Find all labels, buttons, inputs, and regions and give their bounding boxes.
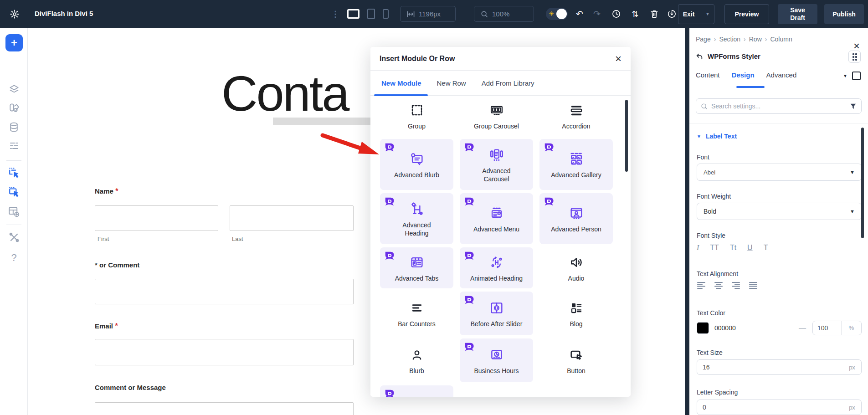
module-card-business-hours[interactable]: Business Hours: [460, 338, 533, 382]
desktop-view-icon[interactable]: [347, 9, 360, 19]
history-clock-icon[interactable]: [611, 0, 621, 28]
module-card-bar-counters[interactable]: Bar Counters: [380, 292, 453, 335]
module-card-advanced-blurb[interactable]: Advanced Blurb: [380, 139, 453, 190]
database-icon[interactable]: [0, 121, 28, 133]
module-card-accordion[interactable]: Accordion: [539, 96, 613, 136]
portability-icon[interactable]: [666, 0, 677, 28]
module-card-advanced-tabs[interactable]: Advanced Tabs: [380, 247, 453, 288]
strikethrough-style-icon[interactable]: T: [764, 244, 768, 252]
interaction-mode-toggle[interactable]: ☀: [546, 8, 568, 20]
select-row-tool-icon[interactable]: [0, 186, 28, 198]
align-left-icon[interactable]: [697, 281, 706, 289]
comment-input[interactable]: [95, 402, 354, 415]
module-card-partial-2[interactable]: [460, 385, 533, 397]
module-card-blurb[interactable]: Blurb: [380, 338, 453, 382]
tab-new-module[interactable]: New Module: [381, 79, 421, 87]
settings-search[interactable]: [696, 98, 862, 114]
tab-add-from-library[interactable]: Add From Library: [482, 79, 534, 87]
module-card-button[interactable]: Button: [539, 338, 613, 382]
animated-heading-icon: [488, 253, 506, 272]
section-label-text[interactable]: ▼ Label Text: [697, 133, 737, 140]
or-comment-input[interactable]: [95, 279, 354, 304]
align-right-icon[interactable]: [731, 281, 740, 289]
zoom-control[interactable]: 100%: [474, 6, 534, 22]
module-card-advanced-gallery[interactable]: Advanced Gallery: [539, 139, 613, 190]
group-carousel-icon: [488, 101, 506, 119]
exit-chevron-icon[interactable]: ▼: [705, 12, 709, 16]
letter-spacing-input[interactable]: [697, 404, 843, 411]
name-last-input[interactable]: [230, 205, 354, 231]
panel-tab-advanced[interactable]: Advanced: [766, 71, 797, 79]
font-weight-select[interactable]: Bold ▼: [697, 203, 862, 220]
panel-tab-design[interactable]: Design: [732, 71, 755, 79]
design-presets-icon[interactable]: [0, 102, 28, 114]
phone-view-icon[interactable]: [383, 9, 389, 19]
module-card-group-carousel[interactable]: Group Carousel: [460, 96, 533, 136]
trash-icon[interactable]: [649, 0, 660, 28]
tablet-view-icon[interactable]: [367, 9, 375, 19]
font-weight-label: Font Weight: [697, 193, 731, 200]
capitalize-style-icon[interactable]: Tt: [730, 244, 736, 252]
select-module-tool-icon[interactable]: [0, 167, 28, 179]
module-card-blog[interactable]: Blog: [539, 292, 613, 335]
module-card-advanced-heading[interactable]: Advanced Heading: [380, 193, 453, 244]
text-size-input[interactable]: [697, 364, 843, 371]
more-options-icon[interactable]: ⋮: [332, 0, 339, 28]
breadcrumb-section[interactable]: Section: [719, 36, 740, 43]
tab-new-row[interactable]: New Row: [437, 79, 466, 87]
help-icon[interactable]: ?: [0, 252, 28, 264]
tools-icon[interactable]: [0, 232, 28, 243]
panel-dock-icon[interactable]: [848, 51, 861, 63]
module-card-advanced-menu[interactable]: Advanced Menu: [460, 193, 533, 244]
px-unit: px: [843, 364, 861, 371]
font-select[interactable]: Abel ▼: [697, 164, 862, 181]
tabs-dropdown-icon[interactable]: ▼: [843, 73, 847, 78]
exit-button[interactable]: Exit ▼: [678, 4, 714, 24]
modal-close-icon[interactable]: ×: [615, 53, 621, 64]
email-input[interactable]: [95, 339, 354, 365]
filter-icon[interactable]: [850, 103, 857, 110]
module-card-advanced-person[interactable]: Advanced Person: [539, 193, 613, 244]
name-first-input[interactable]: [95, 205, 218, 231]
page-heading[interactable]: Conta: [221, 64, 349, 122]
uppercase-style-icon[interactable]: TT: [710, 244, 719, 252]
color-swatch[interactable]: [697, 322, 709, 334]
module-card-partial-3[interactable]: [539, 385, 613, 397]
save-draft-button[interactable]: Save Draft: [778, 4, 817, 24]
redo-icon[interactable]: ↷: [591, 0, 602, 28]
undo-icon[interactable]: ↶: [574, 0, 585, 28]
add-module-button[interactable]: +: [5, 34, 23, 51]
align-center-icon[interactable]: [714, 281, 723, 289]
settings-gear-icon[interactable]: [8, 0, 21, 28]
field-list-icon[interactable]: [0, 140, 28, 151]
back-arrow-icon[interactable]: [696, 53, 703, 60]
module-card-animated-heading[interactable]: Animated Heading: [460, 247, 533, 288]
panel-tab-content[interactable]: Content: [696, 71, 720, 79]
panel-resize-handle[interactable]: [685, 28, 689, 415]
breadcrumb-column[interactable]: Column: [770, 36, 792, 43]
italic-style-icon[interactable]: I: [697, 244, 699, 252]
settings-search-input[interactable]: [711, 102, 846, 110]
layout-library-icon[interactable]: [0, 205, 28, 218]
breadcrumb-page[interactable]: Page: [696, 36, 711, 43]
module-card-before-after-slider[interactable]: Before After Slider: [460, 292, 533, 335]
module-card-partial-1[interactable]: [380, 385, 453, 397]
align-justify-icon[interactable]: [749, 281, 758, 289]
preview-button[interactable]: Preview: [724, 4, 769, 24]
panel-close-icon[interactable]: ×: [853, 41, 860, 51]
layers-icon[interactable]: [0, 83, 28, 95]
modal-scrollbar[interactable]: [625, 100, 628, 172]
panel-scrollbar[interactable]: [861, 128, 864, 238]
desktop-preview-box-icon[interactable]: [852, 72, 861, 80]
module-card-group[interactable]: Group: [380, 96, 453, 136]
module-card-advanced-carousel[interactable]: Advanced Carousel: [460, 139, 533, 190]
underline-style-icon[interactable]: U: [747, 244, 753, 252]
module-card-audio[interactable]: Audio: [539, 247, 613, 288]
canvas-width-control[interactable]: 1196px: [400, 6, 456, 22]
diviflash-badge-icon: [464, 251, 474, 261]
publish-button[interactable]: Publish: [824, 4, 864, 24]
breadcrumb-row[interactable]: Row: [749, 36, 762, 43]
opacity-box: %: [812, 321, 862, 335]
sort-arrows-icon[interactable]: ⇅: [630, 0, 641, 28]
opacity-input[interactable]: [813, 324, 841, 332]
